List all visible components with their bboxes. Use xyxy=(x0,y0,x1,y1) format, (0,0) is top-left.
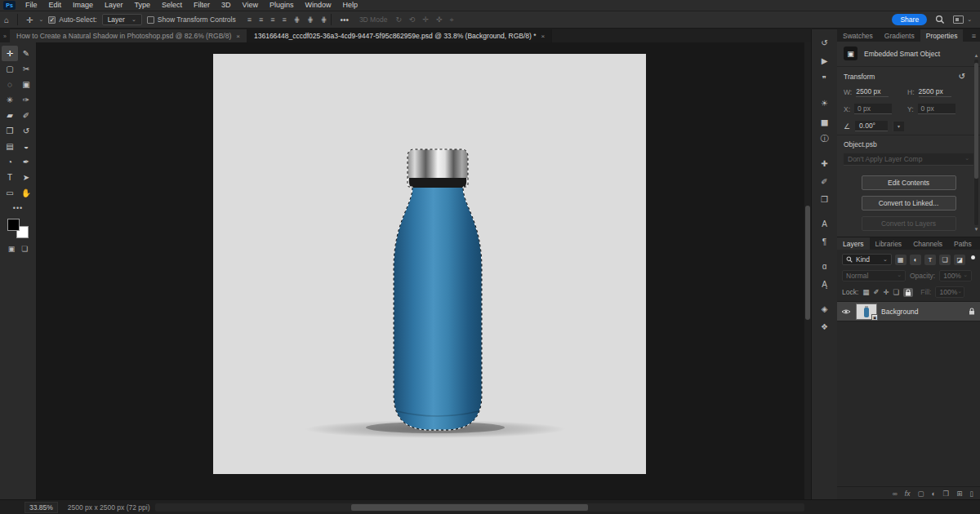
path-selection-tool[interactable]: ➤ xyxy=(18,170,34,185)
x-field[interactable]: 0 px xyxy=(854,104,892,114)
tab-libraries[interactable]: Libraries xyxy=(870,237,908,250)
foreground-color-chip[interactable] xyxy=(7,219,20,231)
link-layers-icon[interactable]: ∞ xyxy=(893,490,898,498)
photoshop-logo[interactable]: Ps xyxy=(3,1,16,10)
type-tool[interactable]: T xyxy=(2,170,18,185)
character-styles-panel-icon[interactable]: Ą xyxy=(816,276,834,292)
lock-artboard-icon[interactable]: ❏ xyxy=(893,288,900,296)
3d-panel-icon[interactable]: ◈ xyxy=(816,300,834,317)
tab-gradients[interactable]: Gradients xyxy=(879,29,920,42)
align-left-icon[interactable]: ≡ xyxy=(247,16,252,24)
adjustment-layer-icon[interactable]: ◐ xyxy=(931,490,935,498)
layer-visibility-toggle[interactable] xyxy=(840,308,852,315)
actions-panel-icon[interactable]: ▶ xyxy=(816,52,834,69)
dodge-tool[interactable]: ◔ xyxy=(2,154,18,170)
filter-type-layers-icon[interactable]: T xyxy=(924,255,936,265)
align-top-icon[interactable]: ⋕ xyxy=(294,16,301,24)
convert-to-layers-button[interactable]: Convert to Layers xyxy=(862,216,956,231)
tab-channels[interactable]: Channels xyxy=(907,237,948,250)
filter-toggle-icon[interactable] xyxy=(971,255,975,259)
zoom-level-field[interactable]: 33.85% xyxy=(24,502,58,513)
character-panel-icon[interactable]: A xyxy=(816,215,834,232)
blend-mode-dropdown[interactable]: Normal ⌄ xyxy=(842,270,906,281)
align-bottom-icon[interactable]: ⋕ xyxy=(321,16,327,24)
chevron-down-icon[interactable]: ⌄ xyxy=(38,16,43,23)
lock-position-icon[interactable]: ✛ xyxy=(883,288,889,296)
screen-mode-icon[interactable]: ❏ xyxy=(21,245,28,253)
brush-settings-panel-icon[interactable]: ✐ xyxy=(816,173,834,189)
menu-filter[interactable]: Filter xyxy=(188,0,216,11)
frame-tool[interactable]: ▣ xyxy=(18,77,34,92)
menu-help[interactable]: Help xyxy=(337,0,364,11)
scroll-down-icon[interactable]: ▼ xyxy=(974,227,979,232)
tab-swatches[interactable]: Swatches xyxy=(837,29,879,42)
menu-view[interactable]: View xyxy=(237,0,264,11)
tab-overflow-icon[interactable]: » xyxy=(0,29,10,42)
notes-panel-icon[interactable]: ❞ xyxy=(816,70,834,86)
align-right-icon[interactable]: ≡ xyxy=(270,16,274,24)
move-tool[interactable]: ✛ xyxy=(2,46,18,61)
lock-pixels-icon[interactable]: ✐ xyxy=(873,288,879,296)
tool-presets-panel-icon[interactable]: ✚ xyxy=(816,155,834,171)
angle-dropdown-icon[interactable]: ▾ xyxy=(893,122,904,131)
filter-pixel-layers-icon[interactable]: ▦ xyxy=(895,255,906,265)
3d-orbit-icon[interactable]: ↻ xyxy=(395,16,402,24)
opacity-dropdown[interactable]: 100% ⌄ xyxy=(939,270,972,281)
align-middle-icon[interactable]: ⋕ xyxy=(307,16,314,24)
y-field[interactable]: 0 px xyxy=(918,104,956,114)
layer-row-background[interactable]: ▣ Background xyxy=(837,302,980,321)
menu-plugins[interactable]: Plugins xyxy=(264,0,300,11)
vertical-scrollbar-thumb[interactable] xyxy=(805,206,810,320)
menu-edit[interactable]: Edit xyxy=(43,0,68,11)
object-selection-tool[interactable]: ✎ xyxy=(18,46,34,61)
adjustments-panel-icon[interactable]: ☀ xyxy=(816,95,834,111)
3d-slide-icon[interactable]: ✜ xyxy=(436,16,443,24)
workspace-switcher-icon[interactable] xyxy=(953,16,964,24)
filter-shape-layers-icon[interactable]: ❏ xyxy=(939,255,951,265)
lock-all-icon[interactable] xyxy=(903,288,913,297)
histogram-panel-icon[interactable]: ▅ xyxy=(816,113,834,129)
home-icon[interactable]: ⌂ xyxy=(0,16,13,24)
width-field[interactable]: 2500 px xyxy=(856,87,889,97)
panel-menu-icon[interactable]: ≡ xyxy=(968,29,980,42)
layer-name[interactable]: Background xyxy=(881,308,918,316)
document-canvas[interactable] xyxy=(213,54,646,474)
search-icon[interactable] xyxy=(935,15,945,24)
layer-mask-icon[interactable]: ▢ xyxy=(917,490,924,498)
color-swatches[interactable] xyxy=(7,219,29,238)
menu-type[interactable]: Type xyxy=(129,0,157,11)
3d-dolly-icon[interactable]: ⌖ xyxy=(450,16,454,24)
properties-scrollbar-thumb[interactable] xyxy=(974,63,978,179)
menu-image[interactable]: Image xyxy=(67,0,99,11)
horizontal-scrollbar-thumb[interactable] xyxy=(351,504,588,511)
auto-select-target-dropdown[interactable]: Layer ⌄ xyxy=(102,14,142,25)
close-icon[interactable]: × xyxy=(236,33,240,40)
convert-to-linked-button[interactable]: Convert to Linked... xyxy=(862,196,956,210)
pen-tool[interactable]: ✒ xyxy=(18,154,34,170)
tab-paths[interactable]: Paths xyxy=(948,237,978,250)
properties-scrollbar[interactable]: ▲ ▼ xyxy=(973,53,979,232)
show-transform-controls-checkbox[interactable] xyxy=(147,16,154,24)
move-tool-icon[interactable]: ✛ xyxy=(22,16,37,24)
info-panel-icon[interactable]: ⓘ xyxy=(816,131,834,147)
menu-3d[interactable]: 3D xyxy=(216,0,237,11)
clone-stamp-tool[interactable]: ❐ xyxy=(2,123,18,139)
shape-tool[interactable]: ▭ xyxy=(2,185,18,201)
scroll-up-icon[interactable]: ▲ xyxy=(974,53,979,58)
materials-panel-icon[interactable]: ❖ xyxy=(816,318,834,335)
history-panel-icon[interactable]: ↺ xyxy=(816,34,834,51)
close-icon[interactable]: × xyxy=(541,33,546,40)
crop-tool[interactable]: ✂ xyxy=(18,61,34,77)
history-brush-tool[interactable]: ↺ xyxy=(18,123,34,139)
brush-tool[interactable]: ✐ xyxy=(18,108,34,123)
clone-source-panel-icon[interactable]: ❐ xyxy=(816,191,834,207)
layer-style-icon[interactable]: fx xyxy=(905,490,911,498)
rotation-angle-field[interactable]: 0.00° xyxy=(855,121,888,131)
new-layer-icon[interactable]: ⊞ xyxy=(956,490,962,498)
3d-roll-icon[interactable]: ⟲ xyxy=(409,16,416,24)
paragraph-panel-icon[interactable]: ¶ xyxy=(816,233,834,250)
distribute-horizontal-icon[interactable]: ≡ xyxy=(282,16,286,24)
menu-file[interactable]: File xyxy=(20,0,43,11)
glyphs-panel-icon[interactable]: ɑ xyxy=(816,258,834,274)
edit-contents-button[interactable]: Edit Contents xyxy=(862,175,956,190)
